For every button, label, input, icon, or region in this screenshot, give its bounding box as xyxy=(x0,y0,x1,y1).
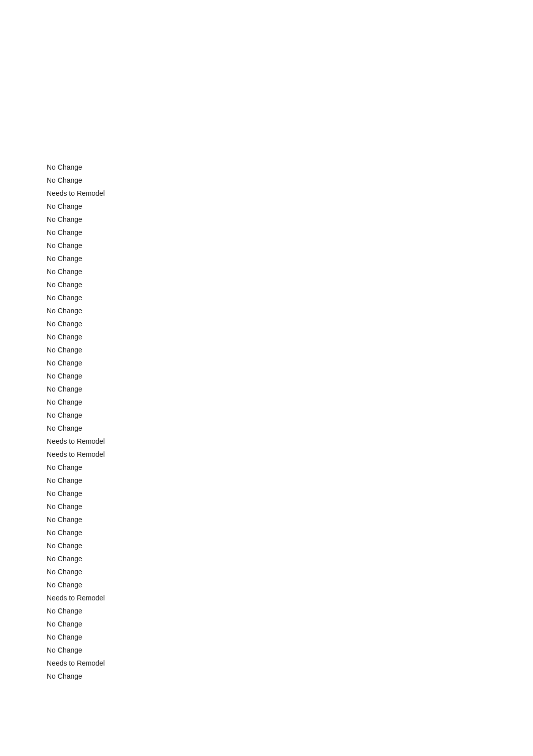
list-item: No Change xyxy=(47,617,533,631)
list-item: No Change xyxy=(47,631,533,644)
list-item: No Change xyxy=(47,174,533,187)
list-item: No Change xyxy=(47,396,533,409)
list-item: Needs to Remodel xyxy=(47,187,533,200)
list-item: No Change xyxy=(47,539,533,552)
list-item: No Change xyxy=(47,474,533,487)
list-item: No Change xyxy=(47,644,533,657)
list-item: No Change xyxy=(47,200,533,213)
list-item: No Change xyxy=(47,265,533,278)
list-item: Needs to Remodel xyxy=(47,591,533,604)
list-item: No Change xyxy=(47,552,533,565)
list-item: No Change xyxy=(47,317,533,330)
status-list: No ChangeNo ChangeNeeds to RemodelNo Cha… xyxy=(0,0,533,683)
list-item: Needs to Remodel xyxy=(47,435,533,448)
list-item: Needs to Remodel xyxy=(47,657,533,670)
list-item: No Change xyxy=(47,369,533,383)
list-item: No Change xyxy=(47,513,533,526)
list-item: No Change xyxy=(47,409,533,422)
list-item: No Change xyxy=(47,383,533,396)
list-item: No Change xyxy=(47,670,533,683)
list-item: No Change xyxy=(47,291,533,304)
list-item: No Change xyxy=(47,226,533,239)
list-item: Needs to Remodel xyxy=(47,448,533,461)
list-item: No Change xyxy=(47,604,533,617)
list-item: No Change xyxy=(47,500,533,513)
list-item: No Change xyxy=(47,565,533,578)
list-item: No Change xyxy=(47,461,533,474)
list-item: No Change xyxy=(47,278,533,291)
list-item: No Change xyxy=(47,330,533,343)
list-item: No Change xyxy=(47,213,533,226)
list-item: No Change xyxy=(47,239,533,252)
list-item: No Change xyxy=(47,578,533,591)
list-item: No Change xyxy=(47,356,533,369)
list-item: No Change xyxy=(47,161,533,174)
list-item: No Change xyxy=(47,487,533,500)
list-item: No Change xyxy=(47,252,533,265)
list-item: No Change xyxy=(47,526,533,539)
list-item: No Change xyxy=(47,304,533,317)
list-item: No Change xyxy=(47,422,533,435)
list-item: No Change xyxy=(47,343,533,356)
